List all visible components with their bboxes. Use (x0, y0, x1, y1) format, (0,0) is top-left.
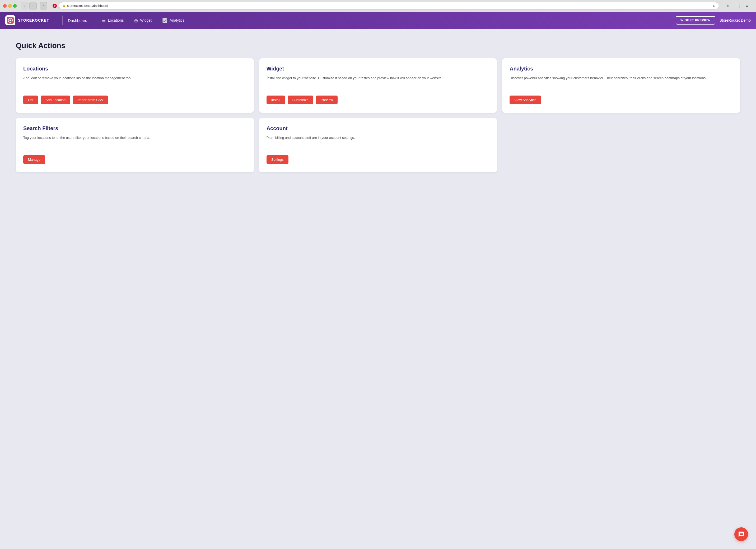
nav-items: ☰ Locations ◎ Widget 📈 Analytics (98, 16, 676, 25)
search-filters-card-desc: Tag your locations to let the users filt… (23, 135, 246, 149)
more-button[interactable]: ≡ (743, 2, 751, 10)
favicon-area: P (53, 4, 57, 8)
nav-divider (62, 16, 63, 25)
url-text: storerocket.io/app/dashboard (67, 4, 108, 8)
chat-button[interactable] (734, 527, 748, 541)
nav-item-locations[interactable]: ☰ Locations (98, 16, 128, 25)
analytics-nav-icon: 📈 (162, 18, 167, 23)
reload-button[interactable]: ↻ (713, 4, 716, 8)
chat-icon (738, 531, 744, 537)
search-filters-card: Search Filters Tag your locations to let… (16, 118, 254, 172)
nav-widget-label: Widget (140, 18, 152, 22)
import-csv-button[interactable]: Import from CSV (73, 96, 108, 104)
analytics-card-actions: View Analytics (510, 96, 733, 104)
widget-card-title: Widget (267, 66, 490, 72)
widget-card-actions: Install Customize Preview (267, 96, 490, 104)
brand-logo-inner (7, 17, 14, 24)
maximize-button[interactable] (13, 4, 17, 8)
search-filters-card-actions: Manage (23, 155, 246, 164)
traffic-lights (3, 4, 17, 8)
widget-card-desc: Install the widget to your website. Cust… (267, 76, 490, 89)
address-bar-container: P 🔒 storerocket.io/app/dashboard ↻ (53, 2, 719, 10)
settings-button[interactable]: Settings (267, 155, 288, 164)
manage-button[interactable]: Manage (23, 155, 45, 164)
svg-point-3 (10, 20, 11, 21)
preview-button[interactable]: Preview (316, 96, 338, 104)
locations-card-actions: List Add Location Import from CSV (23, 96, 246, 104)
close-button[interactable] (3, 4, 7, 8)
browser-actions: ⬆ ⬜ ≡ (724, 2, 751, 10)
widget-preview-button[interactable]: WIDGET PREVIEW (676, 16, 715, 25)
page-title: Quick Actions (16, 41, 740, 50)
add-location-button[interactable]: Add Location (41, 96, 70, 104)
svg-text:P: P (54, 4, 55, 7)
widget-nav-icon: ◎ (134, 18, 138, 23)
analytics-card: Analytics Discover powerful analytics sh… (502, 58, 740, 113)
widget-card: Widget Install the widget to your websit… (259, 58, 497, 113)
locations-card-title: Locations (23, 66, 246, 72)
home-button[interactable]: ⌂ (40, 2, 47, 10)
account-card: Account Plan, billing and account stuff … (259, 118, 497, 172)
nav-right: WIDGET PREVIEW StoreRocket Demo (676, 16, 751, 25)
browser-chrome: ‹ › ⌂ P 🔒 storerocket.io/app/dashboard ↻… (0, 0, 756, 12)
share-button[interactable]: ⬆ (724, 2, 732, 10)
main-content: Quick Actions Locations Add, edit or rem… (0, 29, 756, 185)
nav-item-analytics[interactable]: 📈 Analytics (158, 16, 189, 25)
back-button[interactable]: ‹ (21, 2, 28, 10)
lock-icon: 🔒 (62, 4, 66, 7)
view-analytics-button[interactable]: View Analytics (510, 96, 541, 104)
brand-logo (5, 15, 15, 25)
forward-button[interactable]: › (29, 2, 37, 10)
app-nav: STOREROCKET Dashboard ☰ Locations ◎ Widg… (0, 12, 756, 29)
nav-analytics-label: Analytics (170, 18, 184, 22)
address-bar[interactable]: 🔒 storerocket.io/app/dashboard ↻ (59, 2, 719, 10)
bottom-cards-grid: Search Filters Tag your locations to let… (16, 118, 740, 172)
dashboard-label: Dashboard (68, 18, 87, 23)
list-button[interactable]: List (23, 96, 38, 104)
tabs-button[interactable]: ⬜ (734, 2, 741, 10)
brand-name: STOREROCKET (18, 18, 49, 22)
nav-item-widget[interactable]: ◎ Widget (130, 16, 156, 25)
customize-button[interactable]: Customize (288, 96, 313, 104)
nav-locations-label: Locations (108, 18, 124, 22)
locations-nav-icon: ☰ (102, 18, 106, 23)
install-button[interactable]: Install (267, 96, 285, 104)
browser-titlebar: ‹ › ⌂ P 🔒 storerocket.io/app/dashboard ↻… (0, 0, 756, 12)
user-name: StoreRocket Demo (720, 18, 751, 22)
nav-buttons: ‹ › (21, 2, 37, 10)
minimize-button[interactable] (8, 4, 12, 8)
brand: STOREROCKET (5, 15, 49, 25)
search-filters-card-title: Search Filters (23, 125, 246, 132)
locations-card: Locations Add, edit or remove your locat… (16, 58, 254, 113)
analytics-card-desc: Discover powerful analytics showing your… (510, 76, 733, 89)
storerocket-logo-icon (8, 18, 13, 23)
locations-card-desc: Add, edit or remove your locations insid… (23, 76, 246, 89)
account-card-title: Account (267, 125, 490, 132)
account-card-desc: Plan, billing and account stuff are in y… (267, 135, 490, 149)
analytics-card-title: Analytics (510, 66, 733, 72)
top-cards-grid: Locations Add, edit or remove your locat… (16, 58, 740, 113)
pinterest-icon: P (53, 4, 57, 8)
account-card-actions: Settings (267, 155, 490, 164)
